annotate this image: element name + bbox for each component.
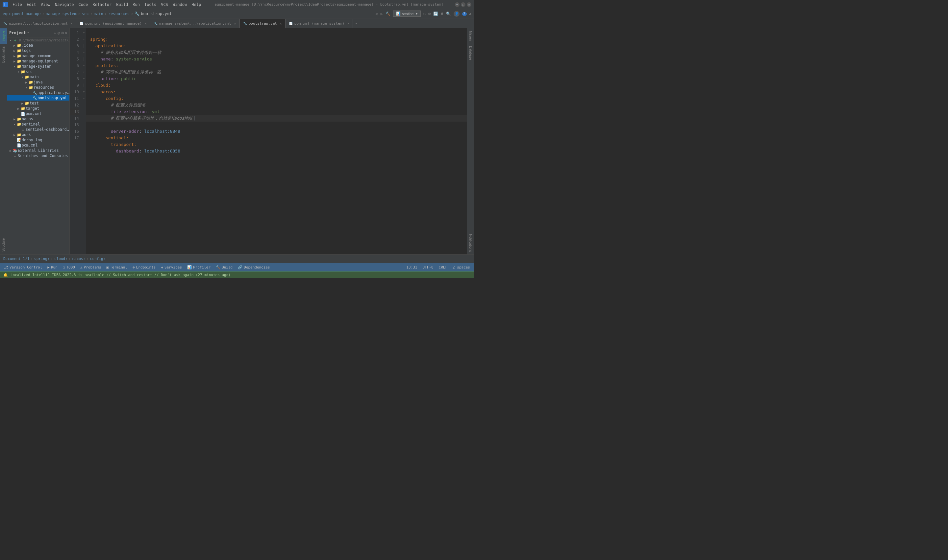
maximize-button[interactable]: □ xyxy=(461,2,465,7)
menu-tools[interactable]: Tools xyxy=(142,2,158,8)
database-tab[interactable]: Database xyxy=(468,43,473,63)
dependencies-button[interactable]: 🔗 Dependencies xyxy=(236,265,271,270)
code-area[interactable]: spring: application: # 服务名称和配置文件保持一致 nam… xyxy=(86,28,467,254)
run-button[interactable]: ▶ Run xyxy=(46,265,59,270)
menu-vcs[interactable]: VCS xyxy=(159,2,170,8)
dbc-cloud[interactable]: cloud: xyxy=(54,257,68,261)
project-settings[interactable]: ⚙ xyxy=(62,31,64,35)
bc-equipment-manage[interactable]: equipment-manage xyxy=(3,11,41,16)
bc-src[interactable]: src xyxy=(82,11,89,16)
cursor-position[interactable]: 13:31 xyxy=(405,265,418,270)
toolbar-user-avatar[interactable]: 👤 xyxy=(454,11,460,17)
tab-2[interactable]: 🔧 manage-system\...\application.yml ✕ xyxy=(150,19,240,28)
todo-button[interactable]: ☑ TODO xyxy=(62,265,76,270)
menu-help[interactable]: Help xyxy=(190,2,203,8)
tree-item-bootstrap-yml[interactable]: ▶ 🔧 bootstrap.yml xyxy=(7,95,69,100)
tree-item-pom-manage-system[interactable]: ▶ 📄 pom.xml xyxy=(7,111,69,116)
close-button[interactable]: ✕ xyxy=(467,2,471,7)
tree-item-pom-root[interactable]: ▶ 📄 pom.xml xyxy=(7,143,69,148)
tab-4[interactable]: 📄 pom.xml (manage-system) ✕ xyxy=(286,19,353,28)
tab-1[interactable]: 📄 pom.xml (equipment-manage) ✕ xyxy=(76,19,150,28)
encoding[interactable]: UTF-8 xyxy=(421,265,434,270)
sentinel-button[interactable]: 📊 sentinel ▾ xyxy=(393,11,421,17)
menu-build[interactable]: Build xyxy=(114,2,130,8)
version-control-button[interactable]: ⎇ Version Control xyxy=(3,265,43,270)
notifications-count[interactable]: 2 ∧ xyxy=(462,11,471,16)
menu-navigate[interactable]: Navigate xyxy=(53,2,76,8)
problems-button[interactable]: ⚠ Problems xyxy=(79,265,103,270)
tab-close-0[interactable]: ✕ xyxy=(71,22,73,25)
tree-item-manage-system[interactable]: ▾ 📁 manage-system xyxy=(7,64,69,69)
project-dropdown-arrow[interactable]: ▾ xyxy=(27,31,29,34)
dbc-config[interactable]: config: xyxy=(90,257,105,261)
tree-item-ext-lib[interactable]: ▶ 📚 External Libraries xyxy=(7,148,69,153)
tab-close-2[interactable]: ✕ xyxy=(234,22,236,25)
tree-item-target[interactable]: ▶ 📁 target xyxy=(7,106,69,111)
tree-item-resources[interactable]: ▾ 📁 resources xyxy=(7,85,69,90)
tab-close-3[interactable]: ✕ xyxy=(280,22,282,25)
dbc-document[interactable]: Document 1/1 xyxy=(3,257,29,261)
bc-main[interactable]: main xyxy=(94,11,103,16)
tree-item-idea[interactable]: ▶ 📁 .idea xyxy=(7,43,69,48)
toolbar-translate[interactable]: A xyxy=(441,11,443,16)
menu-view[interactable]: View xyxy=(39,2,52,8)
toolbar-search[interactable]: 🔍 xyxy=(446,11,451,16)
maven-tab[interactable]: Maven xyxy=(468,28,473,43)
tree-item-manage-equipment[interactable]: ▶ 📁 manage-equipment xyxy=(7,58,69,64)
project-tab[interactable]: Project xyxy=(0,28,7,44)
project-close[interactable]: ✕ xyxy=(65,31,68,35)
tree-item-sentinel-jar[interactable]: ▶ ☕ sentinel-dashboard-1.8.4.jar xyxy=(7,127,69,132)
toolbar-sync[interactable]: 🔄 xyxy=(433,11,438,16)
project-tree[interactable]: ▾ ◈ equipment-manage D:\YhcResource\myPr… xyxy=(7,37,69,254)
menu-window[interactable]: Window xyxy=(171,2,189,8)
project-collapse-all[interactable]: ⊟ xyxy=(54,31,56,35)
toolbar-navigate-forward[interactable]: ▷ xyxy=(381,11,383,16)
services-button[interactable]: ◈ Services xyxy=(159,265,183,270)
tab-close-4[interactable]: ✕ xyxy=(347,22,349,25)
code-container[interactable]: 1 2 3 4 5 6 7 8 9 10 11 12 13 14 15 16 1… xyxy=(70,28,467,254)
tree-item-src[interactable]: ▾ 📁 src xyxy=(7,69,69,74)
tree-item-manage-common[interactable]: ▶ 📁 manage-common xyxy=(7,53,69,58)
tab-0[interactable]: 🔧 uipment\...\application.yml ✕ xyxy=(0,19,76,28)
endpoints-button[interactable]: ⊕ Endpoints xyxy=(131,265,157,270)
tree-item-main[interactable]: ▾ 📁 main xyxy=(7,74,69,80)
bc-resources[interactable]: resources xyxy=(108,11,130,16)
project-locate[interactable]: ◎ xyxy=(57,31,60,35)
menu-file[interactable]: File xyxy=(11,2,24,8)
tree-arrow-java: ▶ xyxy=(24,80,28,84)
dbc-spring[interactable]: spring: xyxy=(34,257,49,261)
menu-refactor[interactable]: Refactor xyxy=(91,2,113,8)
toolbar-more[interactable]: ⚙ xyxy=(428,11,431,16)
bookmarks-tab[interactable]: Bookmarks xyxy=(1,44,6,65)
build-button[interactable]: 🔨 Build xyxy=(215,265,234,270)
tree-item-test[interactable]: ▶ 📁 test xyxy=(7,100,69,106)
tree-item-sentinel[interactable]: ▾ 📁 sentinel xyxy=(7,122,69,127)
tabs-overflow-button[interactable]: ▾ xyxy=(353,19,359,28)
menu-edit[interactable]: Edit xyxy=(25,2,38,8)
terminal-button[interactable]: ▣ Terminal xyxy=(105,265,129,270)
bc-manage-system[interactable]: manage-system xyxy=(46,11,77,16)
tree-item-scratches[interactable]: ▶ ✏ Scratches and Consoles xyxy=(7,153,69,158)
tree-item-root[interactable]: ▾ ◈ equipment-manage D:\YhcResource\myPr… xyxy=(7,37,69,43)
toolbar-build[interactable]: 🔨 xyxy=(386,11,391,16)
line-separator[interactable]: CRLF xyxy=(437,265,449,270)
minimize-button[interactable]: ─ xyxy=(455,2,460,7)
notifications-tab[interactable]: Notifications xyxy=(468,231,473,254)
tab-3[interactable]: 🔧 bootstrap.yml ✕ xyxy=(240,19,286,28)
tab-close-1[interactable]: ✕ xyxy=(145,22,147,25)
menu-run[interactable]: Run xyxy=(131,2,142,8)
dbc-nacos[interactable]: nacos: xyxy=(72,257,85,261)
toolbar-navigate-back[interactable]: ◁ xyxy=(375,11,378,16)
tree-item-logs[interactable]: ▶ 📁 logs xyxy=(7,48,69,53)
tree-item-work[interactable]: ▶ 📁 work xyxy=(7,132,69,137)
structure-tab[interactable]: Structure xyxy=(1,235,6,254)
toolbar-refresh[interactable]: ↻ xyxy=(423,11,426,16)
menu-code[interactable]: Code xyxy=(77,2,90,8)
tree-item-application-yml[interactable]: ▶ 🔧 application.yml xyxy=(7,90,69,95)
tree-item-nacos[interactable]: ▶ 📁 nacos xyxy=(7,116,69,122)
tree-label-bootstrap-yml: bootstrap.yml xyxy=(37,95,69,100)
profiler-button[interactable]: 📊 Profiler xyxy=(186,265,212,270)
tree-item-derby-log[interactable]: ▶ 📝 derby.log xyxy=(7,137,69,143)
tree-item-java[interactable]: ▶ 📁 java xyxy=(7,80,69,85)
indent-info[interactable]: 2 spaces xyxy=(451,265,471,270)
